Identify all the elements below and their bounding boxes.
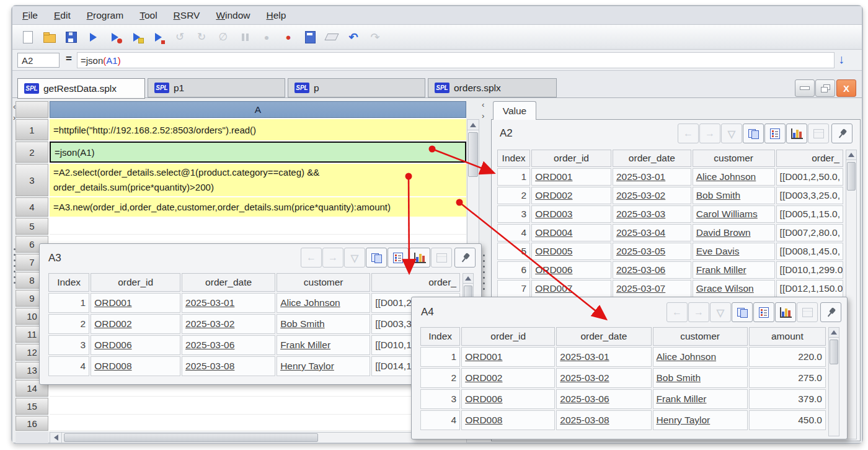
run-icon[interactable] xyxy=(85,29,101,45)
a4-pin-icon[interactable] xyxy=(820,302,841,322)
order-date-cell[interactable]: 2025-03-01 xyxy=(613,168,691,186)
order-id-cell[interactable]: ORD008 xyxy=(461,410,555,430)
index-cell[interactable]: 6 xyxy=(497,261,530,279)
tab-orders[interactable]: SPL orders.splx xyxy=(428,78,557,97)
expand-formula-icon[interactable]: ↓ xyxy=(838,52,844,66)
eraser-icon[interactable] xyxy=(324,29,340,45)
order-date-cell[interactable]: 2025-03-02 xyxy=(182,314,275,334)
amount-cell[interactable]: 220.0 xyxy=(749,347,826,367)
debug-run-icon[interactable] xyxy=(107,29,123,45)
run-to-cursor-icon[interactable] xyxy=(150,29,166,45)
tab-getrestdata[interactable]: SPL getRestData.splx xyxy=(17,78,145,99)
row-header-15[interactable]: 15 xyxy=(16,398,48,415)
order-details-cell[interactable]: [[D010,1,299.0, .. xyxy=(776,261,843,279)
formula-input[interactable]: =json(A1) xyxy=(77,52,835,68)
index-cell[interactable]: 7 xyxy=(497,280,530,297)
customer-cell[interactable]: Frank Miller xyxy=(277,335,370,355)
order-date-cell[interactable]: 2025-03-03 xyxy=(613,205,691,223)
menu-file[interactable]: File xyxy=(22,10,38,21)
customer-cell[interactable]: Henry Taylor xyxy=(653,410,748,430)
a3-record-view-icon[interactable] xyxy=(388,248,409,268)
order-date-cell[interactable]: 2025-03-08 xyxy=(182,356,275,376)
a3-pin-icon[interactable] xyxy=(454,248,476,268)
row-header-4[interactable]: 4 xyxy=(16,197,48,217)
index-cell[interactable]: 4 xyxy=(497,224,530,241)
cell-a3[interactable]: =A2.select(order_details.select@1(produc… xyxy=(50,164,466,196)
order-details-cell[interactable]: [[D007,2,80.0, ...] xyxy=(776,224,843,241)
order-details-cell[interactable]: [[D003,3,25.0, ...] xyxy=(776,187,843,204)
order-date-cell[interactable]: 2025-03-01 xyxy=(182,293,275,313)
cell-a16[interactable] xyxy=(50,416,466,431)
index-cell[interactable]: 2 xyxy=(420,368,460,388)
order-id-cell[interactable]: ORD006 xyxy=(91,335,180,355)
a4-chart-icon[interactable] xyxy=(775,302,796,322)
grid-scroll-up-icon[interactable] xyxy=(467,119,479,130)
order-date-cell[interactable]: 2025-03-07 xyxy=(613,280,691,297)
order-id-cell[interactable]: ORD001 xyxy=(91,293,180,313)
column-header-a[interactable]: A xyxy=(50,101,466,118)
tab-p[interactable]: SPL p xyxy=(288,78,425,97)
index-cell[interactable]: 2 xyxy=(497,187,530,204)
order-id-cell[interactable]: ORD002 xyxy=(461,368,555,388)
a3-copy-icon[interactable] xyxy=(366,248,387,268)
row-header-16[interactable]: 16 xyxy=(16,416,48,431)
panel-splitter-handle[interactable] xyxy=(483,254,485,290)
close-button[interactable]: X xyxy=(836,79,856,97)
order-date-cell[interactable]: 2025-03-02 xyxy=(556,368,651,388)
customer-cell[interactable]: Alice Johnson xyxy=(653,347,748,367)
a3-scroll-up-icon[interactable] xyxy=(463,273,474,284)
order-id-cell[interactable]: ORD006 xyxy=(461,389,555,409)
menu-tool[interactable]: Tool xyxy=(140,10,157,21)
order-date-cell[interactable]: 2025-03-06 xyxy=(613,261,691,279)
minimize-button[interactable] xyxy=(795,79,815,97)
row-header-2[interactable]: 2 xyxy=(16,142,48,163)
a4-record-view-icon[interactable] xyxy=(753,302,774,322)
amount-cell[interactable]: 450.0 xyxy=(749,410,826,430)
row-header-1[interactable]: 1 xyxy=(16,119,48,140)
order-date-cell[interactable]: 2025-03-08 xyxy=(556,410,651,430)
new-file-icon[interactable] xyxy=(20,29,36,45)
menu-help[interactable]: Help xyxy=(267,10,286,21)
order-id-cell[interactable]: ORD001 xyxy=(531,168,611,186)
order-date-cell[interactable]: 2025-03-06 xyxy=(182,335,275,355)
a4-copy-icon[interactable] xyxy=(732,302,753,322)
customer-cell[interactable]: Carol Williams xyxy=(693,205,775,223)
index-cell[interactable]: 1 xyxy=(48,293,89,313)
customer-cell[interactable]: Henry Taylor xyxy=(277,356,370,376)
index-cell[interactable]: 5 xyxy=(497,243,530,260)
order-id-cell[interactable]: ORD002 xyxy=(91,314,180,334)
order-details-cell[interactable]: [[D001,2,50.0, ...] xyxy=(776,168,843,186)
order-id-cell[interactable]: ORD001 xyxy=(461,347,555,367)
index-cell[interactable]: 3 xyxy=(420,389,460,409)
step-in-icon[interactable] xyxy=(128,29,144,45)
index-cell[interactable]: 4 xyxy=(48,356,89,376)
cell-a2-selected[interactable]: =json(A1) xyxy=(50,142,466,163)
order-date-cell[interactable]: 2025-03-05 xyxy=(613,243,691,260)
grid-hscroll-thumb[interactable] xyxy=(64,433,318,442)
order-id-cell[interactable]: ORD004 xyxy=(531,224,611,241)
a4-scroll-up-icon[interactable] xyxy=(828,327,839,338)
order-id-cell[interactable]: ORD002 xyxy=(531,187,611,204)
customer-cell[interactable]: Grace Wilson xyxy=(693,280,775,297)
menu-window[interactable]: Window xyxy=(216,10,250,21)
customer-cell[interactable]: Alice Johnson xyxy=(277,293,370,313)
menu-program[interactable]: Program xyxy=(87,10,123,21)
row-header-5[interactable]: 5 xyxy=(16,218,48,235)
a3-chart-icon[interactable] xyxy=(409,248,430,268)
index-cell[interactable]: 3 xyxy=(497,205,530,223)
order-date-cell[interactable]: 2025-03-02 xyxy=(613,187,691,204)
order-date-cell[interactable]: 2025-03-01 xyxy=(556,347,651,367)
save-icon[interactable] xyxy=(63,29,79,45)
tab-value[interactable]: Value xyxy=(493,101,536,120)
expand-panel-icon[interactable]: › xyxy=(482,112,484,120)
order-details-cell[interactable]: [[D005,1,15.0, ...] xyxy=(776,205,843,223)
customer-cell[interactable]: Bob Smith xyxy=(693,187,775,204)
customer-cell[interactable]: David Brown xyxy=(693,224,775,241)
undo-icon[interactable]: ↶ xyxy=(345,29,361,45)
order-id-cell[interactable]: ORD007 xyxy=(531,280,611,297)
grid-vscroll-thumb[interactable] xyxy=(468,132,478,177)
value-chart-icon[interactable] xyxy=(786,124,807,143)
customer-cell[interactable]: Frank Miller xyxy=(653,389,748,409)
cell-a4[interactable]: =A3.new(order_id,order_date,customer,ord… xyxy=(50,197,466,217)
customer-cell[interactable]: Frank Miller xyxy=(693,261,775,279)
